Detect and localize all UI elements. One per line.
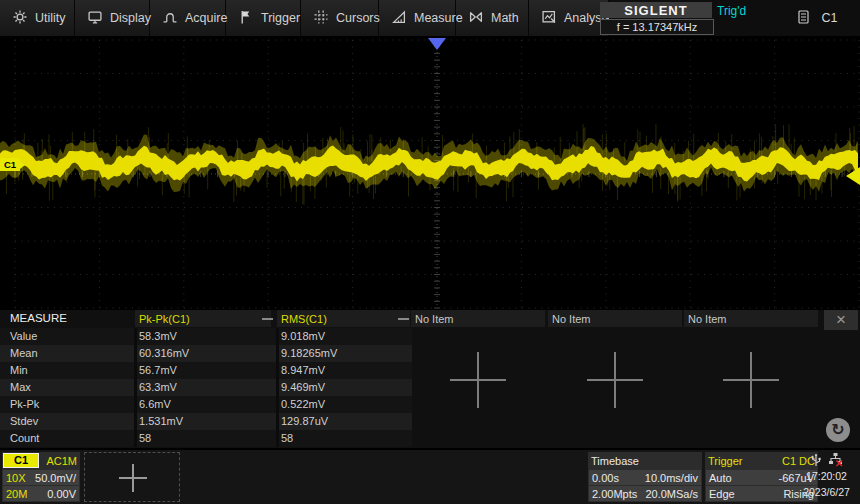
menu-item-analysis[interactable]: Analysis xyxy=(529,0,609,36)
measure-row-label: Max xyxy=(10,381,31,393)
measure-column-empty-2[interactable]: No Item xyxy=(548,310,682,327)
menu-item-utility[interactable]: Utility xyxy=(0,0,75,36)
waveform-list-icon xyxy=(797,10,810,27)
measure-value: 0.522mV xyxy=(281,398,325,410)
waveform-display: C1 xyxy=(0,36,860,310)
clock-zone: 17:20:02 2023/6/27 xyxy=(795,452,858,502)
measure-row-min: Min 56.7mV 8.947mV xyxy=(0,362,412,379)
timebase-info-box[interactable]: Timebase 0.00s 10.0ms/div 2.00Mpts 20.0M… xyxy=(588,452,702,502)
measure-panel: MEASURE Pk-Pk(C1) RMS(C1) No Item No Ite… xyxy=(0,310,860,448)
menu-item-acquire[interactable]: Acquire xyxy=(150,0,226,36)
menu-item-cursors[interactable]: Cursors xyxy=(301,0,379,36)
trigger-level-marker[interactable] xyxy=(846,167,860,185)
measure-value: 63.3mV xyxy=(139,381,177,393)
column-divider xyxy=(134,328,137,447)
ruler-icon xyxy=(392,10,406,27)
math-icon xyxy=(469,10,483,27)
measure-header-row: MEASURE Pk-Pk(C1) RMS(C1) No Item No Ite… xyxy=(0,310,860,328)
channel-bandwidth: 20M xyxy=(6,488,27,500)
measure-row-pkpk: Pk-Pk 6.6mV 0.522mV xyxy=(0,396,412,413)
timebase-scale: 10.0ms/div xyxy=(645,472,698,484)
cursors-icon xyxy=(314,10,328,27)
trigger-type: Edge xyxy=(709,488,735,500)
siglent-logo: SIGLENT xyxy=(600,2,712,18)
column-divider xyxy=(276,328,279,447)
flag-icon xyxy=(239,10,253,27)
measure-row-stdev: Stdev 1.531mV 129.87uV xyxy=(0,413,412,430)
trigger-title: Trigger xyxy=(708,455,742,467)
menu-item-display[interactable]: Display xyxy=(75,0,150,36)
menu-item-trigger[interactable]: Trigger xyxy=(226,0,301,36)
clock-date: 2023/6/27 xyxy=(795,484,858,500)
bottom-status-bar: C1 AC1M 10X 50.0mV/ 20M 0.00V Timebase 0… xyxy=(0,450,860,504)
brand-zone: SIGLENT f = 13.17347kHz Trig'd C1 xyxy=(609,0,860,36)
trigger-position-marker[interactable] xyxy=(428,38,446,50)
measure-column-empty-1[interactable]: No Item xyxy=(411,310,545,327)
measure-value: 6.6mV xyxy=(139,398,171,410)
channel-offset-marker[interactable]: C1 xyxy=(0,158,20,171)
acquire-icon xyxy=(163,10,177,27)
channel-badge[interactable]: C1 xyxy=(3,453,39,468)
measure-value: 60.316mV xyxy=(139,347,189,359)
measure-row-label: Stdev xyxy=(10,415,38,427)
measure-value: 9.18265mV xyxy=(281,347,337,359)
reset-statistics-button[interactable]: ↻ xyxy=(826,418,850,442)
analysis-icon xyxy=(542,10,556,27)
measure-value: 9.469mV xyxy=(281,381,325,393)
channel-scale: 50.0mV/ xyxy=(35,472,76,484)
measure-row-label: Count xyxy=(10,432,39,444)
measure-value: 58 xyxy=(281,432,293,444)
measure-value: 1.531mV xyxy=(139,415,183,427)
lan-disconnected-icon xyxy=(828,452,843,469)
channel-info-box[interactable]: C1 AC1M 10X 50.0mV/ 20M 0.00V xyxy=(2,452,80,502)
measure-value: 58 xyxy=(139,432,151,444)
remove-measurement-icon[interactable] xyxy=(398,318,409,320)
menu-item-label: Math xyxy=(491,11,519,25)
usb-icon xyxy=(810,452,822,469)
measure-row-label: Min xyxy=(10,364,28,376)
measure-value: 56.7mV xyxy=(139,364,177,376)
channel-offset-marker-arrow xyxy=(20,161,25,169)
channel-probe: 10X xyxy=(6,472,26,484)
waveform-plot xyxy=(0,36,860,310)
channel-coupling: AC1M xyxy=(46,455,77,467)
measure-column-empty-3[interactable]: No Item xyxy=(684,310,818,327)
menu-item-label: Cursors xyxy=(336,11,380,25)
menu-item-math[interactable]: Math xyxy=(456,0,529,36)
measure-column-rms[interactable]: RMS(C1) xyxy=(277,310,410,327)
timebase-sample-rate: 20.0MSa/s xyxy=(645,488,698,500)
clock-time: 17:20:02 xyxy=(795,468,858,484)
measure-value: 58.3mV xyxy=(139,330,177,342)
menu-item-label: Acquire xyxy=(185,11,227,25)
measure-row-mean: Mean 60.316mV 9.18265mV xyxy=(0,345,412,362)
measure-row-count: Count 58 58 xyxy=(0,430,412,447)
menu-item-measure[interactable]: Measure xyxy=(379,0,456,36)
measure-row-value: Value 58.3mV 9.018mV xyxy=(0,328,412,345)
measure-value: 129.87uV xyxy=(281,415,328,427)
measure-panel-title: MEASURE xyxy=(10,312,67,324)
timebase-title: Timebase xyxy=(591,455,639,467)
menu-item-label: Trigger xyxy=(261,11,300,25)
remove-measurement-icon[interactable] xyxy=(262,318,273,320)
trigger-mode: Auto xyxy=(709,472,732,484)
add-channel-button[interactable] xyxy=(84,452,180,502)
close-icon[interactable]: × xyxy=(824,310,858,330)
menu-item-label: Display xyxy=(110,11,151,25)
channel-selector-label: C1 xyxy=(822,11,838,25)
channel-selector-button[interactable]: C1 xyxy=(774,0,860,36)
top-menu-bar: Utility Display Acquire Trigger Cursors … xyxy=(0,0,860,36)
measure-row-label: Mean xyxy=(10,347,38,359)
measure-column-pkpk[interactable]: Pk-Pk(C1) xyxy=(135,310,271,327)
channel-offset: 0.00V xyxy=(47,488,76,500)
timebase-delay: 0.00s xyxy=(592,472,619,484)
timebase-points: 2.00Mpts xyxy=(592,488,637,500)
measure-row-label: Value xyxy=(10,330,37,342)
add-measurement-button[interactable] xyxy=(587,352,643,408)
add-measurement-button[interactable] xyxy=(450,352,506,408)
trigger-status-badge: Trig'd xyxy=(717,4,746,18)
gear-icon xyxy=(13,10,27,27)
menu-item-label: Utility xyxy=(35,11,66,25)
trigger-frequency-readout: f = 13.17347kHz xyxy=(600,19,714,35)
measure-value: 9.018mV xyxy=(281,330,325,342)
add-measurement-button[interactable] xyxy=(723,352,779,408)
